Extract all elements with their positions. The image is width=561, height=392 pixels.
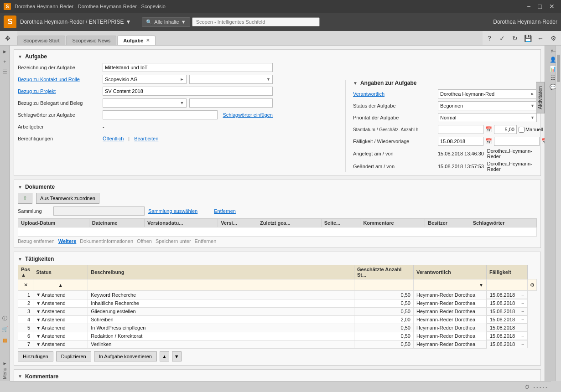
filter-beschreibung-input[interactable] xyxy=(89,282,353,288)
hinzufuegen-button[interactable]: Hinzufügen xyxy=(18,351,53,361)
right-tag-icon[interactable]: 🏷 xyxy=(551,47,556,54)
col-beschreibung[interactable]: Beschreibung xyxy=(88,265,354,279)
scrollbar-thumb[interactable] xyxy=(557,55,560,82)
verantwortlich-select[interactable]: Dorothea Heymann-Red ► xyxy=(438,89,537,98)
status-arrow-5[interactable]: ▼ xyxy=(36,325,41,330)
row-remove-2[interactable]: − xyxy=(521,300,524,306)
close-button[interactable]: ✕ xyxy=(546,3,557,10)
bezeichnung-input[interactable] xyxy=(103,63,273,72)
user-area[interactable]: Dorothea Heymann-Reder / ENTERPRISE ▼ xyxy=(20,19,131,25)
col-besitzer[interactable]: Besitzer xyxy=(425,219,470,227)
aufgabe-header[interactable]: ▼ Aufgabe xyxy=(18,53,537,60)
col-pos[interactable]: Pos ▲ xyxy=(18,265,33,279)
faelligkeit-calendar-icon[interactable]: 📅 xyxy=(485,138,492,144)
filter-icon[interactable]: ▲ xyxy=(58,283,63,288)
manuell-checkbox[interactable] xyxy=(519,127,525,133)
col-zuletzt[interactable]: Zuletzt gea... xyxy=(257,219,322,227)
scrollbar[interactable] xyxy=(556,46,561,381)
konvertieren-button[interactable]: In Aufgabe konvertieren xyxy=(94,351,157,361)
status-arrow-1[interactable]: ▼ xyxy=(36,292,41,297)
duplizieren-button[interactable]: Duplizieren xyxy=(56,351,91,361)
maximize-button[interactable]: □ xyxy=(535,3,545,10)
col-upload-datum[interactable]: Upload-Datum xyxy=(18,219,89,227)
filter-stunden-input[interactable] xyxy=(355,282,412,288)
aktivitaten-tab[interactable]: Aktivitäten xyxy=(536,82,545,113)
row-remove-6[interactable]: − xyxy=(521,333,524,339)
filter-stunden-cell[interactable] xyxy=(354,279,414,291)
search-scope-selector[interactable]: 🔍 Alle Inhalte ▼ xyxy=(142,17,190,27)
col-schlagwoerter[interactable]: Schlagwörter xyxy=(470,219,536,227)
col-dateiname[interactable]: Dateiname xyxy=(89,219,144,227)
row-remove-1[interactable]: − xyxy=(521,292,524,298)
verantwortlich-label[interactable]: Verantwortlich xyxy=(353,91,435,97)
col-faelligkeit[interactable]: Fälligkeit xyxy=(487,265,528,279)
col-versionsdatum[interactable]: Versionsdatu... xyxy=(145,219,218,227)
filter-verantwortlich-arrow[interactable]: ▼ xyxy=(479,283,483,288)
col-stunden[interactable]: Geschätzte Anzahl St... xyxy=(354,265,414,279)
sidebar-info-icon[interactable]: ⓘ xyxy=(1,314,9,322)
move-up-button[interactable]: ▲ xyxy=(160,351,169,361)
upload-button[interactable]: ⇧ xyxy=(18,193,32,204)
oeffnen-action[interactable]: Öffnen xyxy=(137,238,152,244)
taetigkeiten-header[interactable]: ▼ Tätigkeiten xyxy=(18,256,537,262)
tab-scopevisio-news[interactable]: Scopevisio News xyxy=(66,36,116,45)
col-version[interactable]: Versi... xyxy=(218,219,257,227)
search-input[interactable] xyxy=(192,17,320,26)
sammlung-input[interactable] xyxy=(53,206,145,216)
move-down-button[interactable]: ▼ xyxy=(172,351,182,361)
status-arrow-6[interactable]: ▼ xyxy=(36,334,41,339)
filter-close-cell[interactable]: ✕ xyxy=(18,279,33,291)
kommentare-header[interactable]: ▼ Kommentare xyxy=(18,373,537,380)
sammlung-link[interactable]: Sammlung auswählen xyxy=(148,208,197,214)
angaben-header[interactable]: ▼ Angaben zur Aufgabe xyxy=(353,80,537,86)
filter-beschreibung-cell[interactable] xyxy=(88,279,354,291)
sidebar-nav-icon[interactable]: ☰ xyxy=(1,67,9,76)
refresh-button[interactable]: ↻ xyxy=(509,32,521,44)
right-grid-icon[interactable]: ☷ xyxy=(551,75,556,81)
status-arrow-4[interactable]: ▼ xyxy=(36,317,41,322)
dokumente-header[interactable]: ▼ Dokumente xyxy=(18,184,537,190)
wiedervorlage-calendar-icon[interactable]: 📅 xyxy=(541,138,545,144)
bezug-entfernen-action[interactable]: Bezug entfernen xyxy=(18,238,55,244)
row-remove-4[interactable]: − xyxy=(521,317,524,322)
status-arrow-7[interactable]: ▼ xyxy=(36,342,41,347)
expand-button[interactable]: ✥ xyxy=(2,32,14,44)
col-verantwortlich[interactable]: Verantwortlich xyxy=(414,265,487,279)
settings-button[interactable]: ⚙ xyxy=(547,32,559,44)
startdatum-input[interactable] xyxy=(438,125,483,134)
dokumentinfo-action[interactable]: Dokumentinformationen xyxy=(80,238,133,244)
weitere-action[interactable]: Weitere xyxy=(58,238,77,244)
sidebar-expand-icon[interactable]: ► xyxy=(1,47,9,56)
filter-settings-cell[interactable]: ⚙ xyxy=(528,279,537,291)
stunden-input[interactable] xyxy=(494,125,517,134)
tab-scopevisio-start[interactable]: Scopevisio Start xyxy=(17,36,65,45)
help-button[interactable]: ? xyxy=(483,32,495,44)
sidebar-cart-icon[interactable]: 🛒 xyxy=(1,325,9,333)
status-arrow-2[interactable]: ▼ xyxy=(36,301,41,306)
prioritaet-select[interactable]: Normal ▼ xyxy=(438,113,537,122)
speichern-action[interactable]: Speichern unter xyxy=(156,238,191,244)
row-remove-7[interactable]: − xyxy=(521,341,524,347)
calendar-icon[interactable]: 📅 xyxy=(485,126,492,133)
save-button[interactable]: 💾 xyxy=(522,32,534,44)
col-status[interactable]: Status xyxy=(33,265,88,279)
entfernen-action[interactable]: Entfernen xyxy=(195,238,217,244)
row-remove-5[interactable]: − xyxy=(521,325,524,330)
menu-label[interactable]: Menü ◄ xyxy=(2,360,7,381)
faelligkeit-input[interactable] xyxy=(438,137,483,146)
sidebar-add-icon[interactable]: + xyxy=(1,57,9,66)
wiedervorlage-input[interactable] xyxy=(494,137,540,146)
tab-aufgabe[interactable]: Aufgabe ✕ xyxy=(117,36,156,45)
tab-close-icon[interactable]: ✕ xyxy=(146,38,150,43)
col-kommentare[interactable]: Kommentare xyxy=(360,219,425,227)
col-seite[interactable]: Seite... xyxy=(321,219,360,227)
entfernen-link[interactable]: Entfernen xyxy=(214,208,236,214)
status-arrow-3[interactable]: ▼ xyxy=(36,309,41,314)
status-select[interactable]: Begonnen ▼ xyxy=(438,101,537,110)
back-button[interactable]: ← xyxy=(535,32,546,44)
teamwork-button[interactable]: Aus Teamwork zuordnen xyxy=(36,193,99,204)
check-button[interactable]: ✓ xyxy=(496,32,508,44)
minimize-button[interactable]: − xyxy=(524,3,533,10)
row-remove-3[interactable]: − xyxy=(521,309,524,314)
sidebar-chart-icon[interactable]: ▩ xyxy=(1,336,9,344)
